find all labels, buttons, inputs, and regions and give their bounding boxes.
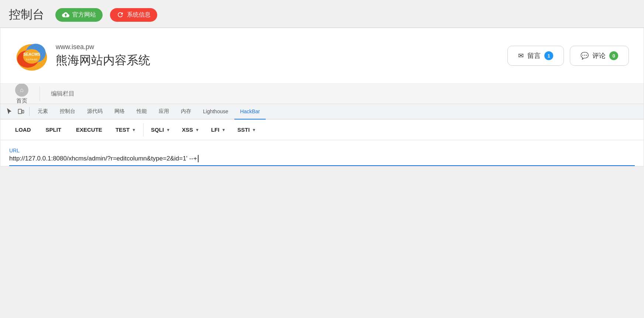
device-toggle-btn[interactable] [15,106,27,117]
nav-home-item[interactable]: ⌂ 首页 [8,84,36,104]
tab-memory[interactable]: 内存 [175,104,197,120]
test-dropdown-arrow: ▼ [132,128,136,132]
seacms-logo: SEACMS 专业·简单·稳定 [15,39,48,72]
svg-rect-7 [22,110,24,113]
url-text: http://127.0.0.1:8080/xhcms/admin/?r=edi… [9,155,197,162]
hackbar-sqli-dropdown[interactable]: SQLI ▼ [145,120,176,140]
url-cursor [198,155,199,162]
comment-button[interactable]: 💬 评论 0 [570,46,629,66]
tab-hackbar[interactable]: HackBar [234,104,266,120]
sqli-dropdown-arrow: ▼ [166,128,170,132]
url-value[interactable]: http://127.0.0.1:8080/xhcms/admin/?r=edi… [9,155,635,166]
tab-lighthouse[interactable]: Lighthouse [197,104,234,120]
envelope-icon: ✉ [518,52,524,60]
nav-divider [39,86,40,101]
sysinfo-button[interactable]: 系统信息 [110,8,157,22]
url-label: URL [9,148,635,153]
hackbar-lfi-dropdown[interactable]: LFI ▼ [205,120,231,140]
main-content: SEACMS 专业·简单·稳定 www.isea.pw 熊海网站内容系统 ✉ 留… [0,28,644,166]
comment-badge: 0 [609,51,618,60]
message-label: 留言 [527,51,541,60]
refresh-icon [117,11,124,18]
tab-performance[interactable]: 性能 [131,104,153,120]
nav-column-label: 编辑栏目 [44,87,82,101]
hackbar-toolbar: LOAD SPLIT EXECUTE TEST ▼ SQLI ▼ XSS ▼ L… [0,120,644,140]
tab-elements[interactable]: 元素 [32,104,54,120]
hackbar-xss-dropdown[interactable]: XSS ▼ [176,120,205,140]
cursor-icon-btn[interactable] [3,106,15,117]
cms-logo-area: SEACMS 专业·简单·稳定 www.isea.pw 熊海网站内容系统 [15,39,150,72]
nav-partial: ⌂ 首页 编辑栏目 [0,84,644,104]
upload-cloud-icon [62,11,69,18]
lfi-dropdown-arrow: ▼ [221,128,225,132]
hackbar-ssti-dropdown[interactable]: SSTI ▼ [231,120,262,140]
url-section: URL http://127.0.0.1:8080/xhcms/admin/?r… [0,140,644,166]
cms-url: www.isea.pw [56,43,150,51]
ssti-dropdown-arrow: ▼ [252,128,256,132]
svg-rect-6 [18,109,22,114]
cms-action-buttons: ✉ 留言 1 💬 评论 0 [507,46,629,66]
page-title: 控制台 [9,7,44,23]
comment-label: 评论 [592,51,606,60]
hackbar-test-dropdown[interactable]: TEST ▼ [110,120,142,140]
hackbar-divider-1 [143,123,144,136]
cms-info: www.isea.pw 熊海网站内容系统 [56,43,150,69]
devtools-tabs-bar: 元素 控制台 源代码 网络 性能 应用 内存 Lighthouse HackBa… [0,104,644,120]
nav-home-label: 首页 [16,97,27,104]
message-button[interactable]: ✉ 留言 1 [507,46,564,66]
cms-name: 熊海网站内容系统 [56,52,150,69]
official-website-button[interactable]: 官方网站 [55,8,103,22]
sysinfo-label: 系统信息 [127,11,151,19]
home-icon: ⌂ [15,84,28,97]
svg-text:专业·简单·稳定: 专业·简单·稳定 [26,58,38,61]
tab-sources[interactable]: 源代码 [81,104,109,120]
tab-application[interactable]: 应用 [153,104,175,120]
comment-icon: 💬 [581,52,589,60]
tab-console[interactable]: 控制台 [54,104,81,120]
top-bar: 控制台 官方网站 系统信息 [0,0,644,28]
devtools-sep [29,107,30,116]
tab-network[interactable]: 网络 [109,104,131,120]
official-website-label: 官方网站 [72,11,96,19]
cms-header: SEACMS 专业·简单·稳定 www.isea.pw 熊海网站内容系统 ✉ 留… [0,28,644,84]
svg-text:SEACMS: SEACMS [23,52,40,56]
hackbar-load-button[interactable]: LOAD [8,120,38,140]
message-badge: 1 [544,51,553,60]
hackbar-execute-button[interactable]: EXECUTE [69,120,110,140]
xss-dropdown-arrow: ▼ [195,128,199,132]
hackbar-split-button[interactable]: SPLIT [38,120,69,140]
